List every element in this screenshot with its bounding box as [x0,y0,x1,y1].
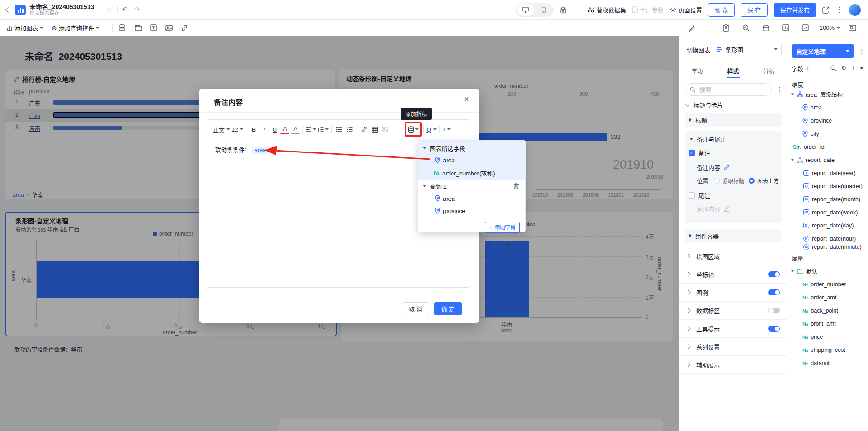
font-color-button[interactable]: A [280,124,289,134]
device-toggle[interactable] [516,3,554,17]
field-search-icon[interactable] [830,65,836,71]
style-row-data-label[interactable]: 数据标签 [679,301,787,319]
collapse-caret-icon[interactable] [423,185,426,187]
style-search-input[interactable] [698,86,759,94]
edit-icon[interactable] [724,164,730,170]
measure-back-point[interactable]: № back_point [787,304,868,317]
style-row-tooltip[interactable]: 工具提示 [679,319,787,337]
dim-report-date-year[interactable]: Y report_date(year) [787,166,868,180]
confirm-button[interactable]: 确 定 [434,302,462,315]
share-icon[interactable] [822,6,830,14]
lock-icon[interactable] [560,6,566,14]
row-container-collapsed[interactable]: 组件容器 [685,229,782,242]
text-widget-icon[interactable] [148,23,160,33]
bg-color-button[interactable]: A [291,124,300,134]
dropdown-section-chart-fields[interactable]: 图表所选字段 [418,142,525,154]
close-icon[interactable]: × [464,94,469,104]
style-row-axes[interactable]: 坐标轴 [679,265,787,283]
measure-datanull[interactable]: № datanull [787,356,868,369]
redo-icon[interactable]: ↷ [134,5,140,14]
chart-type-select[interactable]: 条形图 [713,43,782,56]
dropdown-item-area[interactable]: area [418,154,525,166]
sort-caret-icon[interactable] [860,67,863,70]
row-title-collapsed[interactable]: 标题 [685,113,782,127]
legend-toggle[interactable] [768,289,780,295]
dim-area[interactable]: area [787,101,868,114]
dim-report-date-quarter[interactable]: Q report_date(quarter) [787,180,868,193]
radio-follow-title[interactable] [714,178,720,184]
search-more-icon[interactable]: ⋮ [776,85,783,94]
save-publish-button[interactable]: 保存并发布 [774,3,816,17]
avatar[interactable] [849,4,861,16]
save-button[interactable]: 保 存 [741,3,768,17]
dataset-more-icon[interactable]: ⋮ [859,47,865,56]
image-widget-icon[interactable] [163,23,175,33]
canvas-size-icon[interactable] [846,23,858,33]
batch-chart-icon[interactable] [780,23,792,33]
horizontal-rule-button[interactable]: — [391,124,400,135]
bold-button[interactable]: B [249,124,258,135]
dim-report-date-month[interactable]: M report_date(month) [787,193,868,206]
row-remark-group-header[interactable]: 备注与尾注 [689,135,726,143]
refresh-icon[interactable]: ↻ [841,65,846,71]
insert-link-button[interactable] [360,124,369,135]
theme-icon[interactable] [760,23,772,33]
mobile-view-icon[interactable] [535,4,553,16]
data-label-toggle[interactable] [768,308,780,313]
remark-checkbox[interactable]: ✓ [689,150,695,156]
ordered-list-button[interactable] [345,124,354,135]
back-icon[interactable] [5,7,11,13]
page-settings-button[interactable]: 页面设置 [670,5,702,14]
measure-shipping-cost[interactable]: № shipping_cost [787,343,868,356]
dim-report-date-day[interactable]: D report_date(day) [787,219,868,232]
add-field-button[interactable]: + 添加字段 [485,222,520,233]
star-icon[interactable]: ☆ [106,5,112,14]
tooltip-toggle[interactable] [768,326,780,332]
align-dropdown[interactable] [306,124,316,135]
add-field-icon[interactable]: + [851,64,855,71]
axes-toggle[interactable] [768,271,780,277]
measure-folder-default[interactable]: 默认 [787,265,868,278]
dataset-select[interactable]: 自定义地理 [792,44,854,58]
desktop-view-icon[interactable] [517,4,535,16]
insert-table-button[interactable] [370,124,379,135]
replace-dataset-button[interactable]: 替换数据集 [588,5,626,14]
style-row-series[interactable]: 系列设置 [679,337,787,355]
zoom-level-dropdown[interactable]: 100% [820,24,840,31]
tab-fields[interactable]: 字段 [679,66,715,75]
clipboard-icon[interactable] [720,23,732,33]
ai-assist-icon[interactable] [686,23,698,33]
line-height-dropdown[interactable] [318,124,329,135]
tab-analysis[interactable]: 分析 [751,66,787,75]
style-row-legend[interactable]: 图例 [679,283,787,301]
dropdown-item-order-number[interactable]: № order_number(求和) [418,166,525,179]
bullet-list-button[interactable] [335,124,344,135]
select-check-icon[interactable] [800,23,811,33]
add-query-widget-button[interactable]: ⊕ 添加查询控件 [52,24,99,32]
zoom-chart-icon[interactable] [740,23,752,33]
dim-report-date-hierarchy[interactable]: report_date [787,153,868,166]
dropdown-item-query-area[interactable]: area [418,192,525,205]
dim-report-date-hour[interactable]: H report_date(hour) [787,232,868,245]
text-format-dropdown[interactable]: I [443,124,452,135]
add-metric-button[interactable]: 添加指标 [406,123,420,135]
tab-widget-icon[interactable] [132,23,144,33]
undo-icon[interactable]: ↶ [122,5,128,14]
link-widget-icon[interactable] [179,23,190,33]
style-search[interactable] [685,83,772,96]
measure-order-amt[interactable]: № order_amt [787,291,868,304]
cancel-button[interactable]: 取 消 [402,302,429,315]
preview-button[interactable]: 预 览 [708,3,735,17]
endnote-checkbox[interactable] [689,192,695,199]
italic-button[interactable]: I [259,124,269,135]
measure-price[interactable]: № price [787,330,868,343]
style-row-plot-area[interactable]: 绘图区域 [679,247,787,265]
section-title-card[interactable]: 标题与卡片 [686,100,723,109]
dim-report-date-minute-clipped[interactable]: M report_date(minute) [787,244,868,250]
measure-profit-amt[interactable]: № profit_amt [787,317,868,330]
style-row-assist[interactable]: 辅助展示 [679,355,787,374]
add-chart-button[interactable]: 添加图表 [6,24,43,32]
dropdown-item-query-province[interactable]: province [418,204,525,217]
more-menu-icon[interactable]: ⋮ [835,5,843,14]
dim-area-hierarchy[interactable]: area_层级结构 [787,88,868,101]
